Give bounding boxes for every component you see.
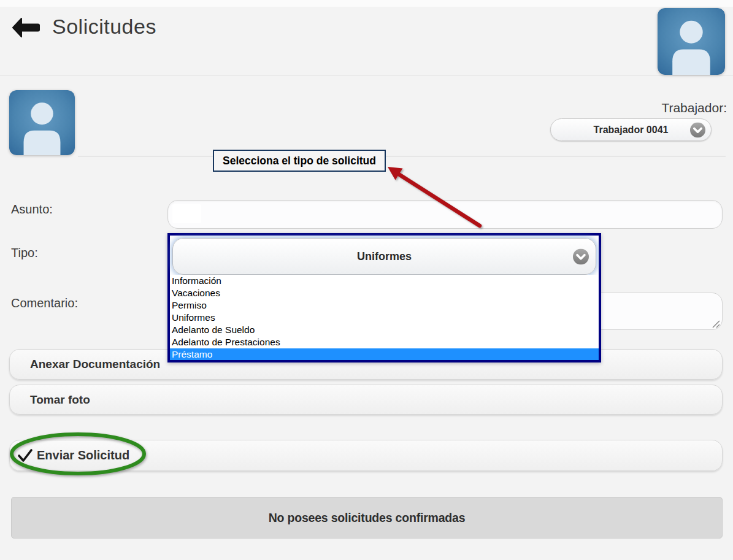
enviar-solicitud-button[interactable]: Enviar Solicitud [9,440,723,471]
tipo-options-list: InformaciónVacacionesPermisoUniformesAde… [170,275,599,360]
textarea-resize-handle[interactable] [712,320,720,328]
tipo-select[interactable]: Uniformes [172,238,596,275]
worker-select[interactable]: Trabajador 0041 [550,118,712,141]
tipo-select-value: Uniformes [357,250,412,263]
annotation-tooltip-text: Selecciona el tipo de solicitud [223,155,376,167]
person-avatar-icon [658,8,725,75]
asunto-input[interactable] [167,200,723,229]
worker-select-value: Trabajador 0041 [594,125,669,136]
tomar-foto-label: Tomar foto [30,393,90,407]
worker-label: Trabajador: [661,101,727,115]
asunto-label: Asunto: [11,202,53,217]
tomar-foto-button[interactable]: Tomar foto [9,385,723,415]
tipo-option-informacion[interactable]: Información [170,275,599,287]
enviar-solicitud-label: Enviar Solicitud [37,448,129,462]
status-empty-message: No posees solicitudes confirmadas [11,497,723,539]
tipo-option-prestamo[interactable]: Préstamo [170,348,599,360]
back-arrow-icon[interactable] [12,17,40,38]
comentario-label: Comentario: [11,296,78,310]
tipo-option-uniformes[interactable]: Uniformes [170,312,599,324]
page-title: Solicitudes [52,15,156,39]
tipo-option-adelanto-de-sueldo[interactable]: Adelanto de Sueldo [170,324,599,336]
tipo-dropdown-open: Uniformes InformaciónVacacionesPermisoUn… [167,233,601,362]
page-top-strip [0,0,733,7]
header-divider [0,75,733,75]
section-divider [78,156,726,156]
tipo-option-permiso[interactable]: Permiso [170,299,599,312]
chevron-down-icon [573,249,588,264]
chevron-down-icon [690,122,705,137]
tipo-label: Tipo: [11,246,38,260]
anexar-documentacion-label: Anexar Documentación [30,358,160,371]
check-icon [17,448,33,463]
asunto-redacted-value [172,204,201,223]
tipo-option-vacaciones[interactable]: Vacaciones [170,287,599,299]
annotation-tooltip: Selecciona el tipo de solicitud [213,150,386,172]
tipo-option-adelanto-de-prestaciones[interactable]: Adelanto de Prestaciones [170,336,599,348]
person-avatar-icon [9,90,75,155]
